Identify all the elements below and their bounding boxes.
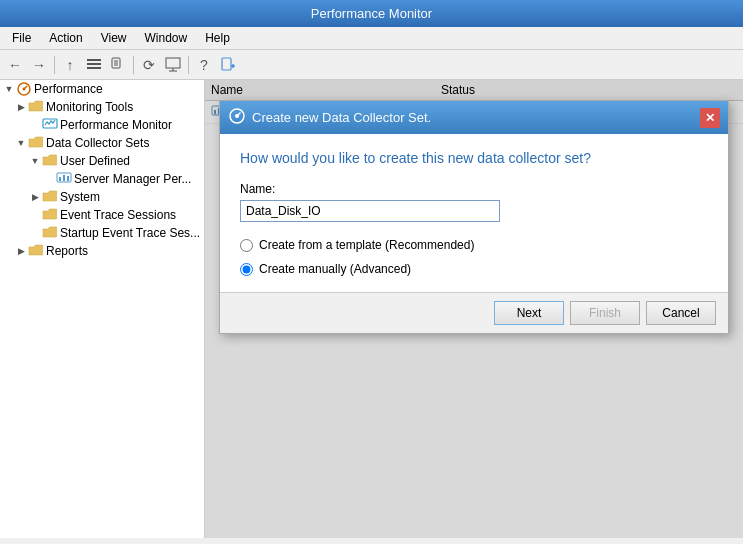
finish-button[interactable]: Finish <box>570 301 640 325</box>
menu-help[interactable]: Help <box>197 29 238 47</box>
monitoring-tools-icon <box>28 99 44 115</box>
dialog-title-text: Create new Data Collector Set. <box>252 110 431 125</box>
toolbar-separator-2 <box>133 56 134 74</box>
menu-window[interactable]: Window <box>137 29 196 47</box>
dcs-icon <box>28 135 44 151</box>
sidebar-label-perf-monitor: Performance Monitor <box>60 118 172 132</box>
sidebar-item-performance[interactable]: ▼ Performance <box>0 80 204 98</box>
svg-rect-2 <box>87 67 101 69</box>
arrow-startup-event <box>28 226 42 240</box>
toolbar: ← → ↑ ⟳ ? <box>0 50 743 80</box>
manual-label: Create manually (Advanced) <box>259 262 411 276</box>
manual-option[interactable]: Create manually (Advanced) <box>240 262 708 276</box>
dialog-title-icon <box>228 107 246 128</box>
refresh-button[interactable]: ⟳ <box>138 54 160 76</box>
arrow-performance: ▼ <box>2 82 16 96</box>
sidebar-item-startup-event[interactable]: Startup Event Trace Ses... <box>0 224 204 242</box>
sidebar-label-dcs: Data Collector Sets <box>46 136 149 150</box>
svg-rect-18 <box>59 177 61 181</box>
sidebar-label-event-trace: Event Trace Sessions <box>60 208 176 222</box>
sidebar-item-event-trace[interactable]: Event Trace Sessions <box>0 206 204 224</box>
forward-button[interactable]: → <box>28 54 50 76</box>
sidebar: ▼ Performance ▶ Monitoring Tools Perform… <box>0 80 205 538</box>
template-radio[interactable] <box>240 239 253 252</box>
arrow-server-manager <box>42 172 56 186</box>
toolbar-separator-1 <box>54 56 55 74</box>
new-button[interactable] <box>217 54 239 76</box>
name-field-label: Name: <box>240 182 708 196</box>
arrow-dcs: ▼ <box>14 136 28 150</box>
sidebar-label-startup-event: Startup Event Trace Ses... <box>60 226 200 240</box>
system-icon <box>42 189 58 205</box>
svg-point-27 <box>235 114 239 118</box>
sidebar-label-user-defined: User Defined <box>60 154 130 168</box>
menu-file[interactable]: File <box>4 29 39 47</box>
arrow-reports: ▶ <box>14 244 28 258</box>
cancel-button[interactable]: Cancel <box>646 301 716 325</box>
perf-monitor-icon <box>42 117 58 133</box>
svg-point-15 <box>23 88 26 91</box>
svg-rect-1 <box>87 63 101 65</box>
main-layout: ▼ Performance ▶ Monitoring Tools Perform… <box>0 80 743 538</box>
arrow-system: ▶ <box>28 190 42 204</box>
sidebar-label-server-manager: Server Manager Per... <box>74 172 191 186</box>
svg-rect-19 <box>63 175 65 181</box>
arrow-event-trace <box>28 208 42 222</box>
sidebar-item-user-defined[interactable]: ▼ User Defined <box>0 152 204 170</box>
menu-bar: File Action View Window Help <box>0 27 743 50</box>
svg-rect-0 <box>87 59 101 61</box>
sidebar-label-performance: Performance <box>34 82 103 96</box>
title-bar: Performance Monitor <box>0 0 743 27</box>
svg-rect-7 <box>166 58 180 68</box>
menu-action[interactable]: Action <box>41 29 90 47</box>
sidebar-label-monitoring-tools: Monitoring Tools <box>46 100 133 114</box>
toolbar-separator-3 <box>188 56 189 74</box>
up-button[interactable]: ↑ <box>59 54 81 76</box>
arrow-monitoring-tools: ▶ <box>14 100 28 114</box>
help-button[interactable]: ? <box>193 54 215 76</box>
dialog-question: How would you like to create this new da… <box>240 150 708 166</box>
show-hide-button[interactable] <box>83 54 105 76</box>
server-manager-icon <box>56 171 72 187</box>
reports-icon <box>28 243 44 259</box>
event-trace-icon <box>42 207 58 223</box>
user-defined-icon <box>42 153 58 169</box>
sidebar-item-monitoring-tools[interactable]: ▶ Monitoring Tools <box>0 98 204 116</box>
dialog-titlebar: Create new Data Collector Set. ✕ <box>220 101 728 134</box>
svg-rect-20 <box>67 176 69 181</box>
template-option[interactable]: Create from a template (Recommended) <box>240 238 708 252</box>
sidebar-item-reports[interactable]: ▶ Reports <box>0 242 204 260</box>
menu-view[interactable]: View <box>93 29 135 47</box>
app-title: Performance Monitor <box>311 6 432 21</box>
next-button[interactable]: Next <box>494 301 564 325</box>
dialog-body: How would you like to create this new da… <box>220 134 728 292</box>
svg-rect-10 <box>222 58 231 70</box>
dialog-overlay: Create new Data Collector Set. ✕ How wou… <box>205 80 743 538</box>
properties-button[interactable] <box>107 54 129 76</box>
sidebar-item-system[interactable]: ▶ System <box>0 188 204 206</box>
manual-radio[interactable] <box>240 263 253 276</box>
back-button[interactable]: ← <box>4 54 26 76</box>
sidebar-item-performance-monitor[interactable]: Performance Monitor <box>0 116 204 134</box>
dialog-footer: Next Finish Cancel <box>220 292 728 333</box>
arrow-user-defined: ▼ <box>28 154 42 168</box>
radio-group: Create from a template (Recommended) Cre… <box>240 238 708 276</box>
dialog-create-dcs: Create new Data Collector Set. ✕ How wou… <box>219 100 729 334</box>
sidebar-item-server-manager[interactable]: Server Manager Per... <box>0 170 204 188</box>
performance-icon <box>16 81 32 97</box>
dialog-title-area: Create new Data Collector Set. <box>228 107 431 128</box>
arrow-perf-monitor <box>28 118 42 132</box>
content-area: Name Status Server Manager Performance M… <box>205 80 743 538</box>
name-input[interactable] <box>240 200 500 222</box>
export-button[interactable] <box>162 54 184 76</box>
sidebar-label-system: System <box>60 190 100 204</box>
startup-event-icon <box>42 225 58 241</box>
sidebar-item-data-collector-sets[interactable]: ▼ Data Collector Sets <box>0 134 204 152</box>
sidebar-label-reports: Reports <box>46 244 88 258</box>
template-label: Create from a template (Recommended) <box>259 238 474 252</box>
dialog-close-button[interactable]: ✕ <box>700 108 720 128</box>
